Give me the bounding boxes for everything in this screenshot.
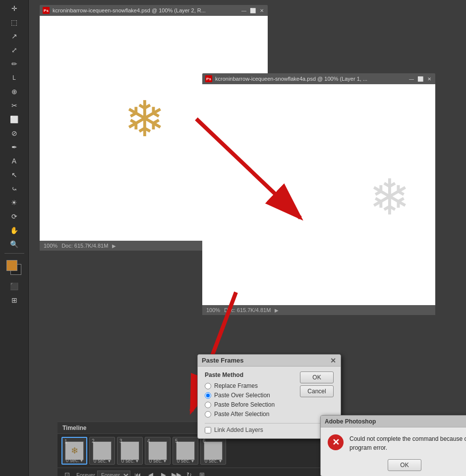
rewind-btn[interactable]: ⏮ — [132, 470, 143, 476]
window1-maximize-btn[interactable]: ⬜ — [250, 7, 256, 13]
window1-ps-icon: Ps — [43, 7, 50, 14]
error-message: Could not complete the command because o… — [350, 434, 466, 452]
window1-nav-arrow[interactable]: ▶ — [112, 243, 116, 249]
history-tool[interactable]: ⬜ — [8, 113, 21, 126]
frame-4-thumb — [148, 441, 167, 460]
pen-tool[interactable]: ↖ — [8, 168, 21, 181]
error-dialog: Adobe Photoshop ✕ Could not complete the… — [320, 415, 466, 476]
frame-2-thumb — [93, 441, 112, 460]
frame-5-duration: 0 sec. ▾ — [177, 458, 194, 464]
paste-method-options: Paste Method Replace Frames Paste Over S… — [205, 371, 295, 420]
timeline-title: Timeline — [62, 424, 86, 431]
clone-tool[interactable]: ✂ — [8, 99, 21, 112]
window2-nav-arrow[interactable]: ▶ — [275, 308, 279, 313]
frame-2[interactable]: 2 0 sec. ▾ — [89, 437, 115, 465]
window2-maximize-btn[interactable]: ⬜ — [417, 76, 423, 82]
zoom-tool[interactable]: 🔍 — [8, 238, 21, 251]
link-added-checkbox[interactable] — [205, 427, 211, 433]
window2-close-btn[interactable]: ✕ — [426, 76, 432, 82]
snowflake-gold: ❄ — [124, 90, 166, 148]
loop-play-btn[interactable]: ↻ — [184, 470, 195, 476]
window2-doc-info: Doc: 615.7K/4.81M — [224, 307, 271, 313]
path-tool[interactable]: ☀ — [8, 196, 21, 209]
tool-separator — [4, 253, 24, 254]
paste-over-label: Paste Over Selection — [214, 392, 270, 399]
window1-minimize-btn[interactable]: — — [241, 7, 247, 13]
foreground-color-swatch[interactable] — [6, 260, 17, 271]
canvas-window-2: Ps kcroninbarrow-icequeen-snowflake4a.ps… — [202, 73, 435, 326]
error-titlebar: Adobe Photoshop — [321, 416, 466, 427]
link-added-layers-row: Link Added Layers — [205, 423, 334, 433]
shape-tool[interactable]: ⟳ — [8, 210, 21, 223]
type-tool[interactable]: ⤿ — [8, 182, 21, 195]
hand-tool[interactable]: ✋ — [8, 224, 21, 237]
replace-frames-radio[interactable] — [205, 383, 211, 389]
canvas-body-2: ❄ — [202, 84, 435, 305]
paste-method-label: Paste Method — [205, 371, 295, 378]
color-swatches[interactable] — [5, 260, 23, 276]
window2-title: kcroninbarrow-icequeen-snowflake4a.psd @… — [215, 76, 406, 82]
loop-dropdown[interactable]: Forever Once 3 Times — [97, 471, 130, 476]
paste-before-radio[interactable] — [205, 402, 211, 408]
paste-over-row: Paste Over Selection — [205, 392, 295, 399]
window1-titlebar[interactable]: Ps kcroninbarrow-icequeen-snowflake4.psd… — [40, 5, 268, 16]
paste-frames-buttons: OK Cancel — [300, 371, 334, 397]
lasso-tool[interactable]: ↗ — [8, 30, 21, 43]
frame-3-duration: 0 sec. ▾ — [121, 458, 138, 464]
frame-3-thumb — [120, 441, 139, 460]
frame-1[interactable]: 1 ❄ 0 sec. ▾ — [61, 437, 87, 465]
frame-6-duration: 0 sec. ▾ — [205, 458, 222, 464]
frame-5[interactable]: 5 0 sec. ▾ — [173, 437, 198, 465]
replace-frames-label: Replace Frames — [214, 382, 258, 389]
window2-zoom: 100% — [206, 307, 220, 313]
paste-frames-ok-btn[interactable]: OK — [300, 371, 334, 383]
add-frame-btn[interactable]: ⊞ — [197, 470, 208, 476]
prev-frame-btn[interactable]: ◀ — [145, 470, 156, 476]
replace-frames-row: Replace Frames — [205, 382, 295, 389]
link-added-label: Link Added Layers — [214, 426, 263, 433]
paste-over-radio[interactable] — [205, 392, 211, 399]
dodge-tool[interactable]: A — [8, 155, 21, 167]
error-ok-btn[interactable]: OK — [388, 459, 421, 471]
frame-2-duration: 0 sec. ▾ — [94, 458, 111, 464]
paste-frames-cancel-btn[interactable]: Cancel — [300, 385, 334, 397]
frame-5-thumb — [176, 441, 195, 460]
window1-title: kcroninbarrow-icequeen-snowflake4.psd @ … — [53, 7, 238, 13]
window1-zoom: 100% — [44, 243, 58, 249]
window2-titlebar[interactable]: Ps kcroninbarrow-icequeen-snowflake4a.ps… — [202, 73, 435, 84]
frame-3[interactable]: 3 0 sec. ▾ — [117, 437, 143, 465]
quick-mask-toggle[interactable]: ⬛ — [8, 280, 21, 293]
brush-tool[interactable]: ⊕ — [8, 85, 21, 98]
paste-frames-close-btn[interactable]: ✕ — [330, 357, 337, 364]
paste-after-row: Paste After Selection — [205, 411, 295, 418]
crop-tool[interactable]: ⤢ — [8, 44, 21, 56]
window2-ps-icon: Ps — [205, 75, 212, 82]
eraser-tool[interactable]: ⊘ — [8, 127, 21, 140]
select-all-frames-btn[interactable]: ⊡ — [61, 470, 72, 476]
window1-doc-info: Doc: 615.7K/4.81M — [61, 243, 108, 249]
paste-after-radio[interactable] — [205, 411, 211, 418]
paste-before-row: Paste Before Selection — [205, 401, 295, 408]
move-tool[interactable]: ✛ — [8, 2, 21, 15]
paste-frames-body: Paste Method Replace Frames Paste Over S… — [198, 367, 341, 438]
next-frame-btn[interactable]: ▶▶ — [171, 470, 182, 476]
healing-tool[interactable]: L — [8, 71, 21, 84]
marquee-tool[interactable]: ⬚ — [8, 16, 21, 29]
frame-6-thumb — [204, 441, 223, 460]
frame-6[interactable]: 6 0 sec. ▾ — [200, 437, 226, 465]
frame-1-duration: 0 sec. ▾ — [66, 458, 83, 463]
main-area: Ps kcroninbarrow-icequeen-snowflake4.psd… — [29, 0, 466, 476]
play-btn[interactable]: ▶ — [158, 470, 169, 476]
snowflake-silver: ❄ — [369, 168, 410, 226]
window2-minimize-btn[interactable]: — — [408, 76, 414, 82]
frame-4[interactable]: 4 0 sec. ▾ — [145, 437, 171, 465]
window1-close-btn[interactable]: ✕ — [259, 7, 265, 13]
frame-4-duration: 0 sec. ▾ — [149, 458, 166, 464]
gradient-tool[interactable]: ✒ — [8, 141, 21, 154]
toolbar: ✛ ⬚ ↗ ⤢ ✏ L ⊕ ✂ ⬜ ⊘ ✒ A ↖ ⤿ ☀ ⟳ ✋ 🔍 ⬛ ⊞ — [0, 0, 29, 476]
eyedropper-tool[interactable]: ✏ — [8, 57, 21, 70]
loop-label: Forever — [76, 472, 95, 476]
screen-mode[interactable]: ⊞ — [8, 294, 21, 307]
paste-frames-titlebar: Paste Frames ✕ — [198, 355, 341, 367]
paste-frames-dialog: Paste Frames ✕ Paste Method Replace Fram… — [197, 354, 341, 439]
